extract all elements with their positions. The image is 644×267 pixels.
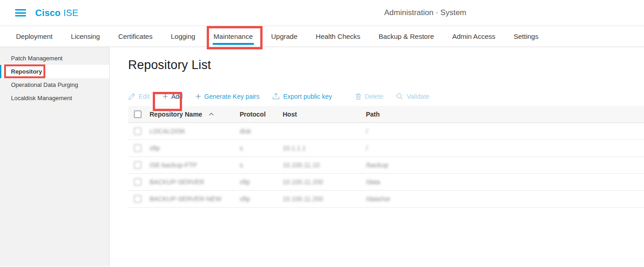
- top-header: CiscoISE Administration · System: [0, 0, 644, 26]
- cell-path: /: [366, 144, 644, 152]
- cell-protocol: sftp: [240, 195, 283, 203]
- cell-protocol: sftp: [240, 178, 283, 186]
- generate-key-pairs-label: Generate Key pairs: [204, 93, 260, 100]
- column-repository-name[interactable]: Repository Name: [150, 111, 202, 118]
- cell-protocol: s: [240, 161, 283, 169]
- tab-backup-restore[interactable]: Backup & Restore: [378, 26, 435, 47]
- trash-icon: [355, 93, 362, 100]
- validate-label: Validate: [407, 93, 429, 100]
- sidebar-item-operational-data-purging[interactable]: Operational Data Purging: [0, 78, 109, 91]
- table-row[interactable]: ISE-backup-FTP s 10.100.11.10 /backup: [128, 157, 644, 174]
- page-title: Repository List: [128, 58, 644, 72]
- tab-logging[interactable]: Logging: [170, 26, 196, 47]
- cell-protocol: s: [240, 144, 283, 152]
- delete-button[interactable]: Delete: [355, 93, 383, 100]
- export-public-key-button[interactable]: Export public key: [272, 92, 332, 100]
- row-checkbox[interactable]: [134, 195, 141, 203]
- logo-primary: Cisco: [35, 8, 60, 18]
- cell-host: 10.100.11.200: [283, 195, 366, 203]
- validate-button[interactable]: Validate: [396, 93, 429, 100]
- plus-icon: +: [195, 93, 201, 100]
- hamburger-menu-icon[interactable]: [15, 9, 26, 16]
- select-all-checkbox[interactable]: [134, 111, 141, 118]
- sidebar-item-repository[interactable]: Repository: [0, 65, 109, 78]
- table-row[interactable]: LOCALDISK disk /: [128, 123, 644, 140]
- cell-path: /data/ise: [366, 195, 644, 203]
- sidebar-item-localdisk-management[interactable]: Localdisk Management: [0, 91, 109, 105]
- logo-secondary: ISE: [63, 8, 78, 18]
- cell-repository-name: LOCALDISK: [150, 128, 240, 135]
- sort-ascending-icon[interactable]: [209, 112, 214, 116]
- cell-repository-name: sftp: [150, 144, 240, 152]
- table-row[interactable]: BACKUP-SERVER sftp 10.100.11.200 /data: [128, 174, 644, 191]
- cell-repository-name: BACKUP-SERVER: [150, 178, 240, 186]
- cell-path: /backup: [366, 161, 644, 169]
- column-host[interactable]: Host: [283, 111, 366, 118]
- export-public-key-label: Export public key: [283, 93, 332, 100]
- main-content: Repository List Edit + Add + Generate Ke…: [110, 47, 644, 267]
- cell-repository-name: BACKUP-SERVER-NEW: [150, 195, 240, 203]
- breadcrumb-title: Administration · System: [384, 8, 467, 17]
- tab-admin-access[interactable]: Admin Access: [451, 26, 496, 47]
- cell-host: 10.100.11.10: [283, 161, 366, 169]
- row-checkbox[interactable]: [134, 144, 141, 152]
- cell-host: 10.1.1.1: [283, 144, 366, 152]
- tab-licensing[interactable]: Licensing: [70, 26, 101, 47]
- column-protocol[interactable]: Protocol: [240, 111, 283, 118]
- upload-icon: [272, 92, 280, 100]
- column-path[interactable]: Path: [366, 111, 644, 118]
- plus-icon: +: [162, 93, 168, 100]
- delete-label: Delete: [365, 93, 383, 100]
- cisco-ise-logo: CiscoISE: [35, 8, 78, 18]
- edit-label: Edit: [139, 93, 150, 100]
- tab-deployment[interactable]: Deployment: [15, 26, 54, 47]
- pencil-icon: [128, 93, 135, 100]
- row-checkbox[interactable]: [134, 128, 141, 135]
- add-button[interactable]: + Add: [162, 93, 182, 100]
- cisco-ise-app: CiscoISE Administration · System Deploym…: [0, 0, 644, 267]
- sidebar: Patch Management Repository Operational …: [0, 47, 110, 267]
- row-checkbox[interactable]: [134, 161, 141, 169]
- magnifier-icon: [396, 93, 403, 100]
- cell-host: 10.100.11.200: [283, 178, 366, 186]
- tab-upgrade[interactable]: Upgrade: [270, 26, 299, 47]
- cell-protocol: disk: [240, 128, 283, 135]
- repository-toolbar: Edit + Add + Generate Key pairs Export p…: [128, 92, 644, 100]
- table-row[interactable]: sftp s 10.1.1.1 /: [128, 140, 644, 157]
- row-checkbox[interactable]: [134, 178, 141, 186]
- tab-settings[interactable]: Settings: [513, 26, 539, 47]
- add-label: Add: [171, 93, 182, 100]
- cell-repository-name: ISE-backup-FTP: [150, 161, 240, 169]
- primary-nav: Deployment Licensing Certificates Loggin…: [0, 26, 644, 47]
- tab-health-checks[interactable]: Health Checks: [315, 26, 361, 47]
- edit-button[interactable]: Edit: [128, 93, 150, 100]
- sidebar-item-patch-management[interactable]: Patch Management: [0, 52, 109, 65]
- repository-table: Repository Name Protocol Host Path LOCAL…: [128, 106, 644, 208]
- tab-maintenance[interactable]: Maintenance: [213, 26, 254, 47]
- cell-path: /: [366, 128, 644, 135]
- table-header-row: Repository Name Protocol Host Path: [128, 106, 644, 123]
- generate-key-pairs-button[interactable]: + Generate Key pairs: [195, 93, 259, 100]
- tab-certificates[interactable]: Certificates: [117, 26, 153, 47]
- table-row[interactable]: BACKUP-SERVER-NEW sftp 10.100.11.200 /da…: [128, 191, 644, 208]
- cell-path: /data: [366, 178, 644, 186]
